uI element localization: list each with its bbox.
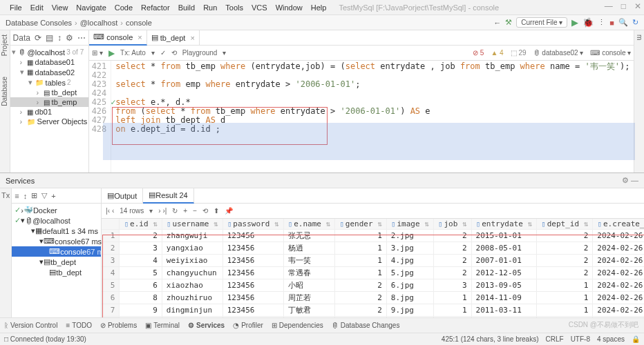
menu-code[interactable]: Code — [111, 3, 137, 12]
db-tb-emp[interactable]: tb_emp — [52, 98, 77, 106]
bottom-todo[interactable]: ≡ TODO — [66, 322, 92, 329]
col-header[interactable]: ▯e.name ⇅ — [283, 219, 335, 230]
col-header[interactable]: ▯image ⇅ — [386, 219, 433, 230]
col-header[interactable]: ▯job ⇅ — [433, 219, 471, 230]
db-picker-icon[interactable]: ⊞ ▾ — [92, 49, 103, 57]
svc-filter-icon[interactable]: ≡ — [15, 192, 19, 200]
reload-icon[interactable]: ↻ — [172, 207, 178, 215]
menu-view[interactable]: View — [48, 3, 73, 12]
next-page-icon[interactable]: › ›| — [158, 207, 167, 215]
sidebar-database[interactable]: Database — [1, 77, 8, 106]
breadcrumb-a[interactable]: Database Consoles — [6, 19, 72, 27]
svc-docker[interactable]: Docker — [33, 206, 57, 215]
commit-icon[interactable]: ✓ — [160, 49, 166, 57]
close-icon[interactable]: ✕ — [634, 1, 641, 11]
close-tab-icon[interactable]: × — [190, 34, 194, 42]
svc-collapse-icon[interactable]: ↕ — [23, 192, 28, 200]
status-enc[interactable]: UTF-8 — [571, 335, 590, 343]
result-tab-output[interactable]: ▤ Output — [102, 188, 143, 204]
db-database02[interactable]: database02 — [35, 68, 75, 77]
svc-tbdept[interactable]: tb_dept — [50, 258, 76, 266]
breadcrumb-b[interactable]: @localhost — [80, 19, 118, 27]
menu-run[interactable]: Run — [199, 3, 221, 12]
back-icon[interactable]: ← — [493, 19, 501, 27]
db-server-objects[interactable]: Server Objects — [37, 117, 88, 126]
col-header[interactable]: ▯gender ⇅ — [335, 219, 387, 230]
collapse-icon[interactable]: ↕ — [57, 33, 61, 43]
menu-edit[interactable]: Edit — [26, 3, 48, 12]
table-row[interactable]: 56xiaozhao123456小昭26.jpg32013-09-0512024… — [102, 279, 644, 292]
col-header[interactable]: ▯dept_id ⇅ — [537, 219, 593, 230]
sync-icon[interactable]: ↻ — [632, 18, 638, 27]
svc-tbdept2[interactable]: tb_dept — [56, 268, 82, 277]
svc-localhost[interactable]: @localhost — [32, 217, 70, 225]
bottom-services[interactable]: ⚙ Services — [188, 322, 225, 329]
first-page-icon[interactable]: |‹ ‹ — [106, 207, 114, 215]
status-spaces[interactable]: 4 spaces — [597, 335, 625, 343]
db-database01[interactable]: database01 — [35, 58, 75, 66]
search-icon[interactable]: 🔍 — [618, 18, 628, 27]
table-row[interactable]: 45changyuchun123456常遇春15.jpg22012-12-052… — [102, 267, 644, 279]
svc-funnel-icon[interactable]: ▽ — [41, 191, 47, 200]
commit-grid-icon[interactable]: ⬆ — [214, 207, 219, 215]
tx-mode[interactable]: Tx: Auto — [120, 49, 146, 57]
sidebar-project[interactable]: Project — [1, 34, 8, 56]
more-run-icon[interactable]: ⋮ — [598, 18, 605, 27]
run-config[interactable]: Current File ▾ — [516, 17, 567, 28]
db-root[interactable]: @localhost — [28, 48, 66, 57]
menu-vcs[interactable]: VCS — [247, 3, 272, 12]
svc-tree-icon[interactable]: ⊞ — [31, 191, 37, 200]
more-icon[interactable]: ⋯ — [77, 33, 86, 43]
breadcrumb-c[interactable]: console — [126, 19, 152, 27]
table-row[interactable]: 79dingminjun123456丁敏君29.jpg12011-03-1112… — [102, 304, 644, 317]
editor-db-selector[interactable]: 🛢 database02 ▾ — [533, 49, 584, 57]
settings-icon[interactable]: ⚙ — [66, 33, 73, 43]
bottom-deps[interactable]: ⊞ Dependencies — [272, 322, 323, 329]
maximize-icon[interactable]: □ — [621, 1, 626, 11]
rollback-icon[interactable]: ⟲ — [171, 49, 177, 57]
filter-icon[interactable]: ▤ — [46, 33, 53, 43]
close-tab-icon[interactable]: × — [138, 33, 142, 41]
svc-console-sel[interactable]: console — [60, 248, 86, 256]
add-row-icon[interactable]: + — [183, 207, 187, 215]
bottom-problems[interactable]: ⊘ Problems — [100, 322, 137, 329]
table-row[interactable]: 68zhouzhiruo123456周芷若28.jpg12014-11-0912… — [102, 292, 644, 304]
remove-row-icon[interactable]: − — [193, 207, 197, 215]
editor-tab-console[interactable]: ⌨console× — [89, 30, 146, 46]
col-header[interactable]: ▯username ⇅ — [162, 219, 222, 230]
col-header[interactable]: ▯e.id ⇅ — [120, 219, 162, 230]
services-gear-icon[interactable]: ⚙ — — [622, 176, 638, 185]
execute-icon[interactable]: ▶ — [108, 48, 115, 58]
menu-window[interactable]: Window — [272, 3, 307, 12]
table-row[interactable]: 12zhangwuji123456张无忌12.jpg22015-01-01220… — [102, 230, 644, 242]
hammer-icon[interactable]: ⚒ — [505, 18, 512, 27]
editor-console-selector[interactable]: ⌨ console ▾ — [590, 49, 631, 57]
col-header[interactable]: ▯entrydate ⇅ — [471, 219, 536, 230]
db-tables[interactable]: tables — [46, 79, 66, 87]
revert-icon[interactable]: ⟲ — [202, 207, 208, 215]
debug-icon[interactable]: 🐞 — [583, 17, 594, 28]
menu-help[interactable]: Help — [307, 3, 331, 12]
refresh-icon[interactable]: ⟳ — [35, 33, 41, 43]
db-tb-dept[interactable]: tb_dept — [52, 88, 77, 97]
menu-refactor[interactable]: Refactor — [137, 3, 174, 12]
menu-tools[interactable]: Tools — [221, 3, 247, 12]
bottom-profiler[interactable]: ◔ Profiler — [233, 322, 263, 329]
menu-file[interactable]: File — [6, 3, 26, 12]
stop-icon[interactable]: ■ — [609, 19, 614, 27]
status-lock-icon[interactable]: 🔒 — [632, 335, 640, 343]
code-editor[interactable]: 421422423424 425✓ 426427428 select * fro… — [89, 61, 634, 172]
playground-label[interactable]: Playground — [182, 49, 218, 57]
run-icon[interactable]: ▶ — [571, 17, 578, 28]
table-row[interactable]: 34weiyixiao123456韦一笑14.jpg22007-01-01220… — [102, 255, 644, 267]
pin-icon[interactable]: 📌 — [225, 207, 233, 215]
col-header[interactable]: ▯password ⇅ — [222, 219, 283, 230]
menu-navigate[interactable]: Navigate — [72, 3, 110, 12]
svc-console[interactable]: console — [55, 237, 81, 246]
editor-tab-tbdept[interactable]: ▤tb_dept× — [147, 30, 200, 46]
bottom-vcs[interactable]: ᚱ Version Control — [4, 322, 57, 329]
minimize-icon[interactable]: — — [605, 1, 613, 11]
sidebar-maven[interactable]: m — [636, 30, 643, 40]
svc-add-icon[interactable]: + — [51, 192, 55, 200]
db-db01[interactable]: db01 — [35, 108, 52, 116]
